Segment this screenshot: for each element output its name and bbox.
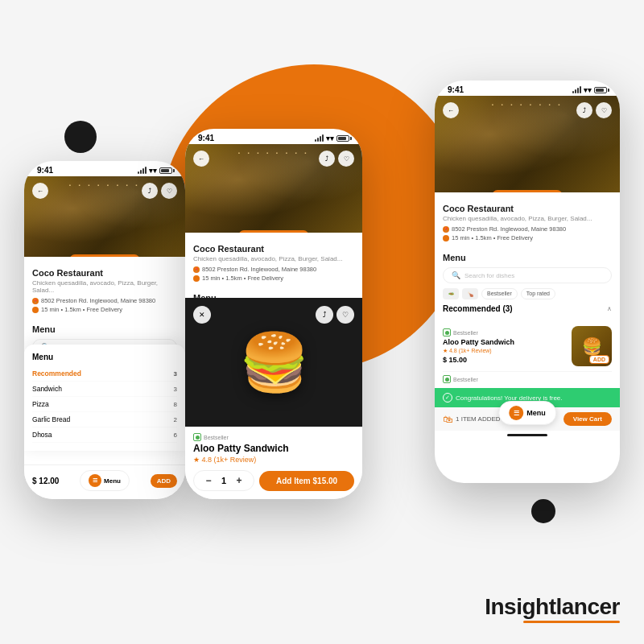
share-button-middle[interactable]: ⤴ — [319, 151, 335, 167]
product-info-right: Bestseller Aloo Patty Sandwich ★ 4.8 (1k… — [443, 328, 567, 364]
veg-icon-right-2 — [443, 375, 451, 383]
back-button-left[interactable]: ← — [32, 183, 48, 199]
back-button-right[interactable]: ← — [443, 102, 459, 118]
increase-qty-button[interactable]: + — [233, 474, 246, 487]
menu-floating-btn: ☰ Menu — [498, 401, 556, 425]
bestseller-badge-middle: Bestseller — [193, 433, 354, 441]
menu-item-sandwich[interactable]: Sandwich 3 — [32, 382, 177, 397]
signal-icon-right — [572, 86, 581, 93]
restaurant-tags-left: Chicken quesadilla, avocado, Pizza, Burg… — [32, 279, 177, 294]
bestseller-text-right: Bestseller — [453, 330, 478, 336]
check-icon: ✓ — [443, 393, 452, 402]
restaurant-info-right: Coco Restaurant Chicken quesadilla, avoc… — [435, 192, 620, 248]
time-middle: 9:41 — [198, 134, 214, 142]
status-icons-left: ▾▾ — [138, 167, 172, 175]
product-rating-middle: ★ 4.8 (1k+ Review) — [193, 456, 354, 464]
menu-floating-label: Menu — [526, 409, 546, 417]
favorite-food-button[interactable]: ♡ — [336, 306, 354, 324]
menu-item-garlic[interactable]: Garlic Bread 2 — [32, 412, 177, 427]
menu-section-right: Menu 🔍 Search for dishes 🥗 🍗 Bestseller … — [435, 248, 620, 321]
menu-btn-icon-left: ☰ — [89, 474, 101, 487]
food-image-container: 🍔 ✕ ⤴ ♡ — [185, 298, 362, 427]
location-icon-middle — [193, 266, 200, 273]
bg-dot-right — [531, 499, 555, 523]
battery-icon-right — [594, 87, 607, 93]
add-item-button[interactable]: Add Item $15.00 — [259, 471, 354, 491]
menu-dropdown-title-left: Menu — [32, 353, 177, 361]
battery-icon-left — [159, 167, 172, 174]
product-detail-middle: Bestseller Aloo Patty Sandwich ★ 4.8 (1k… — [193, 427, 354, 464]
recommended-title-right: Recommended (3) — [443, 304, 513, 313]
filter-bestseller-right[interactable]: Bestseller — [481, 288, 518, 299]
cart-info: 🛍 1 ITEM ADDED — [443, 414, 501, 425]
menu-item-recommended-label: Recommended — [32, 369, 81, 378]
menu-item-recommended[interactable]: Recommended 3 — [32, 366, 177, 382]
nav-overlay-right: ← ⤴ ♡ — [435, 102, 620, 118]
menu-floating-icon: ☰ — [509, 406, 523, 420]
menu-title-right: Menu — [443, 253, 612, 262]
phone-right: 9:41 ▾▾ ← ⤴ ♡ ★4.9 (1k+ Review) Coco Res… — [435, 80, 620, 483]
filter-veg-right[interactable]: 🥗 — [443, 288, 459, 299]
favorite-button-left[interactable]: ♡ — [161, 183, 177, 199]
add-product-btn-right[interactable]: ADD — [589, 355, 609, 364]
menu-item-garlic-label: Garlic Bread — [32, 415, 70, 423]
share-button-right[interactable]: ⤴ — [576, 102, 592, 118]
brand-name: Insightlancer — [485, 594, 620, 620]
favorite-button-right[interactable]: ♡ — [596, 102, 612, 118]
filter-toprated-right[interactable]: Top rated — [521, 288, 555, 299]
location-icon-left — [32, 298, 39, 304]
restaurant-tags-middle: Chicken quesadilla, avocado, Pizza, Burg… — [193, 255, 354, 262]
filter-nonveg-right[interactable]: 🍗 — [462, 288, 478, 299]
bestseller-badge-right-2: Bestseller — [443, 375, 478, 383]
delivery-row-left: 15 min • 1.5km • Free Delivery — [32, 306, 177, 313]
restaurant-name-middle: Coco Restaurant — [193, 244, 354, 254]
signal-icon-middle — [315, 134, 324, 142]
restaurant-info-middle: Coco Restaurant Chicken quesadilla, avoc… — [185, 233, 362, 288]
view-cart-button[interactable]: View Cart — [564, 412, 612, 426]
filter-tags-right: 🥗 🍗 Bestseller Top rated — [443, 288, 612, 299]
favorite-button-middle[interactable]: ♡ — [338, 151, 354, 167]
veg-icon-right — [443, 328, 451, 336]
restaurant-tags-right: Chicken quesadilla, avocado, Pizza, Burg… — [443, 215, 612, 222]
rating-badge-right: ★4.9 (1k+ Review) — [492, 190, 562, 192]
quantity-control[interactable]: − 1 + — [193, 470, 254, 491]
product-area-right: Bestseller Aloo Patty Sandwich ★ 4.8 (1k… — [435, 321, 620, 388]
recommended-header-right: Recommended (3) ∧ — [443, 304, 612, 313]
back-button-middle[interactable]: ← — [193, 151, 209, 167]
restaurant-name-left: Coco Restaurant — [32, 268, 177, 278]
time-icon-middle — [193, 275, 200, 282]
delivery-row-middle: 15 min • 1.5km • Free Delivery — [193, 275, 354, 282]
restaurant-name-right: Coco Restaurant — [443, 204, 612, 213]
menu-btn-left[interactable]: ☰ Menu — [80, 470, 130, 491]
add-btn-left[interactable]: ADD — [151, 474, 177, 488]
menu-item-sandwich-label: Sandwich — [32, 385, 62, 393]
menu-item-pizza[interactable]: Pizza 8 — [32, 397, 177, 412]
rating-badge-middle: ★4.9 (1k+ Review) — [238, 230, 308, 233]
bestseller-text-middle: Bestseller — [204, 435, 229, 440]
battery-icon-middle — [336, 135, 349, 142]
phone-middle: 9:41 ▾▾ ← ⤴ ♡ ★4.9 (1k+ Review) Coco Res… — [185, 129, 362, 499]
rating-badge-left: ★4.9 (1k+ Review) — [69, 254, 139, 257]
nav-overlay-left: ← ⤴ ♡ — [24, 183, 185, 199]
menu-btn-label-left: Menu — [104, 477, 121, 485]
status-bar-left: 9:41 ▾▾ — [24, 161, 185, 176]
share-button-left[interactable]: ⤴ — [142, 183, 158, 199]
location-icon-right — [443, 226, 449, 233]
menu-item-dhosa[interactable]: Dhosa 6 — [32, 427, 177, 443]
quantity-display: 1 — [221, 476, 226, 485]
search-bar-right[interactable]: 🔍 Search for dishes — [443, 267, 612, 283]
share-food-button[interactable]: ⤴ — [316, 306, 333, 324]
wifi-icon-right: ▾▾ — [584, 86, 592, 94]
menu-title-left: Menu — [32, 324, 177, 334]
menu-floating-btn-inner[interactable]: ☰ Menu — [498, 401, 556, 425]
hero-image-middle: ← ⤴ ♡ ★4.9 (1k+ Review) — [185, 144, 362, 233]
scroll-indicator-right — [507, 434, 547, 436]
close-overlay-button[interactable]: ✕ — [193, 306, 211, 324]
signal-icon-left — [138, 167, 147, 174]
status-icons-right: ▾▾ — [572, 86, 607, 94]
delivery-row-right: 15 min • 1.5km • Free Delivery — [443, 234, 612, 242]
decrease-qty-button[interactable]: − — [202, 474, 215, 487]
product-name-middle: Aloo Patty Sandwich — [193, 443, 354, 454]
chevron-up-right[interactable]: ∧ — [607, 305, 612, 312]
phone-left: 9:41 ▾▾ ← ⤴ ♡ ★4.9 (1k+ Review) Coco Res… — [24, 161, 185, 499]
